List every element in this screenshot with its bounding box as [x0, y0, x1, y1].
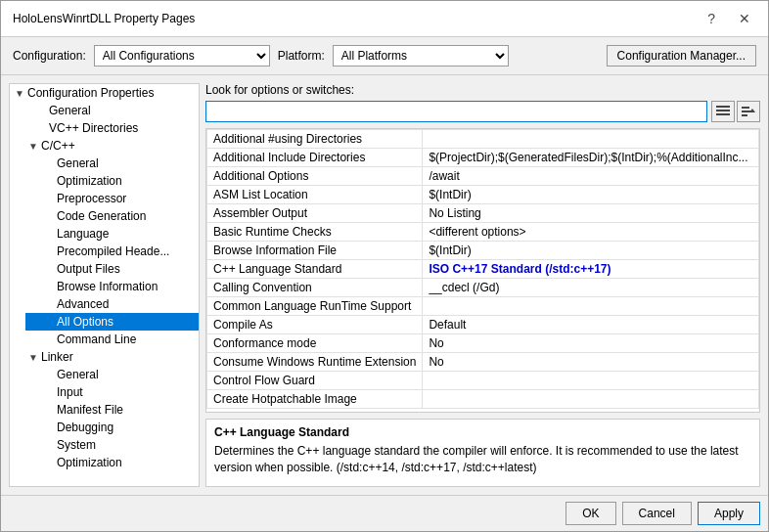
tree-item-row-general-linker[interactable]: General [25, 366, 199, 383]
property-name: Compile As [207, 316, 423, 334]
tree-label-general-root: General [49, 104, 91, 117]
svg-rect-5 [742, 114, 747, 116]
table-row[interactable]: ASM List Location$(IntDir) [207, 186, 759, 204]
tree-label-input: Input [57, 385, 83, 399]
property-name: Create Hotpatchable Image [207, 390, 423, 409]
platform-select[interactable]: All Platformsx86x64ARM [333, 45, 509, 66]
property-value [423, 390, 759, 409]
list-view-icon[interactable] [711, 101, 735, 122]
tree-item-row-output-files[interactable]: Output Files [25, 260, 199, 278]
tree-label-language: Language [57, 227, 109, 241]
tree-children: GeneralVC++ Directories▼C/C++GeneralOpti… [10, 102, 199, 471]
tree-item-row-optimization-linker[interactable]: Optimization [25, 454, 199, 471]
toolbar: Configuration: All ConfigurationsDebugRe… [1, 37, 768, 75]
help-button[interactable]: ? [701, 9, 721, 28]
svg-rect-3 [742, 107, 749, 109]
table-row[interactable]: Additional Include Directories$(ProjectD… [207, 149, 759, 167]
tree-item-optimization: Optimization [25, 172, 199, 190]
tree-item-row-general-root[interactable]: General [25, 102, 199, 119]
tree-item-row-optimization[interactable]: Optimization [25, 172, 199, 190]
svg-rect-1 [716, 110, 730, 111]
tree-item-row-language[interactable]: Language [25, 225, 199, 243]
table-row[interactable]: Calling Convention__cdecl (/Gd) [207, 279, 759, 297]
svg-rect-2 [716, 113, 730, 115]
property-value: No [423, 353, 759, 372]
config-label: Configuration: [13, 49, 86, 63]
tree-label-system: System [57, 438, 96, 452]
tree-item-row-all-options[interactable]: All Options [25, 313, 199, 331]
property-value: __cdecl (/Gd) [423, 279, 759, 297]
property-value: $(IntDir) [423, 186, 759, 204]
tree-label-browse-info: Browse Information [57, 280, 158, 293]
tree-item-general-cpp: General [25, 155, 199, 172]
tree-item-row-preprocessor[interactable]: Preprocessor [25, 190, 199, 207]
property-value [423, 297, 759, 316]
tree-root-row[interactable]: ▼ Configuration Properties [10, 84, 199, 102]
tree-label-c-cpp: C/C++ [41, 139, 75, 153]
table-row[interactable]: Additional Options/await [207, 167, 759, 186]
tree-toggle-c-cpp: ▼ [25, 141, 41, 152]
tree-item-browse-info: Browse Information [25, 278, 199, 295]
tree-label-precompiled: Precompiled Heade... [57, 244, 169, 258]
tree-item-row-manifest-file[interactable]: Manifest File [25, 401, 199, 419]
tree-root-label: Configuration Properties [27, 86, 154, 100]
apply-button[interactable]: Apply [698, 502, 760, 525]
property-name: Consume Windows Runtime Extension [207, 353, 423, 372]
table-row[interactable]: Create Hotpatchable Image [207, 390, 759, 409]
property-value: <different options> [423, 223, 759, 242]
table-row[interactable]: Conformance modeNo [207, 334, 759, 353]
tree-label-vc-dirs: VC++ Directories [49, 121, 138, 135]
tree-item-row-code-gen[interactable]: Code Generation [25, 207, 199, 225]
table-row[interactable]: Browse Information File$(IntDir) [207, 242, 759, 260]
config-manager-button[interactable]: Configuration Manager... [607, 45, 756, 66]
right-panel: Look for options or switches: [205, 83, 760, 487]
tree-item-row-browse-info[interactable]: Browse Information [25, 278, 199, 295]
tree-label-all-options: All Options [57, 315, 113, 329]
tree-item-command-line: Command Line [25, 331, 199, 348]
configuration-select[interactable]: All ConfigurationsDebugRelease [94, 45, 270, 66]
tree-item-c-cpp: ▼C/C++ [25, 137, 199, 155]
main-content: ▼ Configuration Properties GeneralVC++ D… [1, 75, 768, 495]
tree-item-row-vc-dirs[interactable]: VC++ Directories [25, 119, 199, 137]
tree-label-command-line: Command Line [57, 332, 136, 346]
tree-item-row-general-cpp[interactable]: General [25, 155, 199, 172]
table-row[interactable]: Compile AsDefault [207, 316, 759, 334]
table-row[interactable]: Assembler OutputNo Listing [207, 204, 759, 223]
cancel-button[interactable]: Cancel [622, 502, 692, 525]
window-title: HoloLensWinrtDLL Property Pages [13, 12, 195, 25]
ok-button[interactable]: OK [565, 502, 615, 525]
search-area: Look for options or switches: [205, 83, 760, 122]
table-row[interactable]: Consume Windows Runtime ExtensionNo [207, 353, 759, 372]
table-row[interactable]: C++ Language StandardISO C++17 Standard … [207, 260, 759, 279]
table-row[interactable]: Common Language RunTime Support [207, 297, 759, 316]
search-input[interactable] [205, 101, 707, 122]
property-value: /await [423, 167, 759, 186]
tree-item-linker: ▼Linker [25, 348, 199, 366]
table-row[interactable]: Basic Runtime Checks<different options> [207, 223, 759, 242]
title-bar-controls: ? ✕ [701, 9, 756, 28]
tree-item-row-c-cpp[interactable]: ▼C/C++ [25, 137, 199, 155]
property-pages-window: HoloLensWinrtDLL Property Pages ? ✕ Conf… [0, 0, 769, 532]
tree-item-row-debugging[interactable]: Debugging [25, 419, 199, 436]
tree-item-row-precompiled[interactable]: Precompiled Heade... [25, 243, 199, 260]
tree-label-output-files: Output Files [57, 262, 120, 276]
close-button[interactable]: ✕ [733, 9, 756, 28]
tree-item-row-command-line[interactable]: Command Line [25, 331, 199, 348]
tree-item-row-input[interactable]: Input [25, 383, 199, 401]
property-name: Additional #using Directories [207, 130, 423, 149]
tree-item-row-linker[interactable]: ▼Linker [25, 348, 199, 366]
table-row[interactable]: Control Flow Guard [207, 372, 759, 390]
sort-icon[interactable] [737, 101, 760, 122]
tree-item-output-files: Output Files [25, 260, 199, 278]
tree-label-general-linker: General [57, 368, 99, 381]
table-row[interactable]: Additional #using Directories [207, 130, 759, 149]
tree-label-code-gen: Code Generation [57, 209, 146, 223]
property-value [423, 372, 759, 390]
properties-table: Additional #using DirectoriesAdditional … [205, 128, 760, 413]
footer-buttons: OK Cancel Apply [1, 495, 768, 531]
tree-label-advanced: Advanced [57, 297, 109, 311]
tree-item-row-advanced[interactable]: Advanced [25, 295, 199, 313]
tree-label-debugging: Debugging [57, 421, 113, 434]
property-value [423, 130, 759, 149]
tree-item-row-system[interactable]: System [25, 436, 199, 454]
